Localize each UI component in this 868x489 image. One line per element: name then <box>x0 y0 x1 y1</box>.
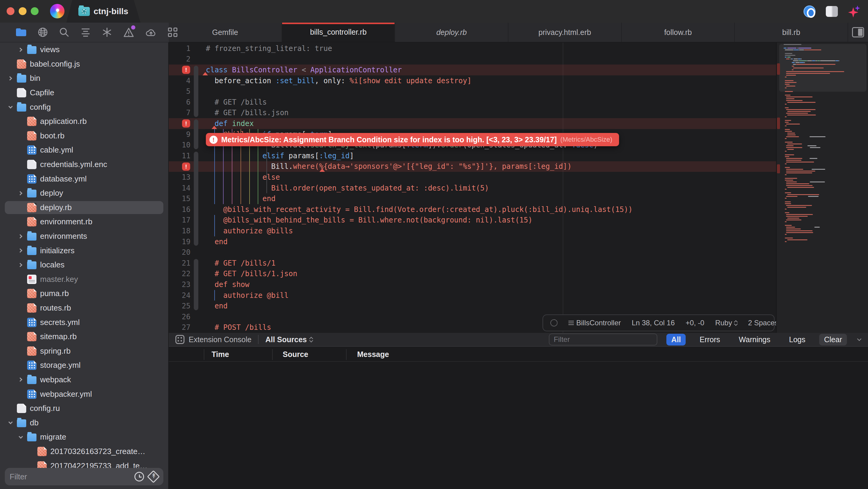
chevron-open-icon[interactable] <box>7 103 14 111</box>
tree-folder-db[interactable]: db <box>0 416 168 430</box>
close-button[interactable] <box>7 7 14 15</box>
status-language-server[interactable] <box>550 319 558 327</box>
tab-deploy-rb[interactable]: deploy.rb <box>395 23 508 42</box>
recent-filter-icon[interactable] <box>134 472 144 482</box>
code-line-4[interactable]: 4 before_action :set_bill, only: %i[show… <box>169 75 776 86</box>
minimize-button[interactable] <box>19 7 27 15</box>
chevron-closed-icon[interactable] <box>17 189 25 197</box>
tree-file-puma-rb[interactable]: puma.rb <box>0 286 168 301</box>
tree-folder-views[interactable]: views <box>0 42 168 57</box>
tab-follow-rb[interactable]: follow.rb <box>622 23 735 42</box>
split-editor-button[interactable] <box>848 23 868 42</box>
code-line-19[interactable]: 19 end <box>169 236 776 247</box>
tree-file-application-rb[interactable]: application.rb <box>0 114 168 129</box>
nova-app-icon[interactable] <box>50 4 64 19</box>
publish-cloud-icon[interactable] <box>145 27 157 38</box>
code-line-18[interactable]: 18 authorize @bills <box>169 225 776 236</box>
tree-file-boot-rb[interactable]: boot.rb <box>0 129 168 143</box>
filter-logs-button[interactable]: Logs <box>784 334 810 345</box>
tree-folder-bin[interactable]: bin <box>0 71 168 86</box>
gutter-error-icon[interactable]: ! <box>182 119 190 127</box>
clips-icon[interactable] <box>102 27 112 38</box>
code-line-23[interactable]: 23 def show <box>169 279 776 290</box>
tree-file-credentials-yml-enc[interactable]: credentials.yml.enc <box>0 157 168 172</box>
code-line-25[interactable]: 25 end <box>169 301 776 311</box>
collapse-console-icon[interactable] <box>857 337 861 341</box>
code-line-17[interactable]: 17 @bills_with_behind_the_bills = Bill.w… <box>169 215 776 226</box>
code-line-6[interactable]: 6 # GET /bills <box>169 97 776 108</box>
code-line-21[interactable]: 21 # GET /bills/1 <box>169 258 776 269</box>
status-indent-select[interactable]: 2 Spaces <box>748 319 776 327</box>
tab-bill-rb[interactable]: bill.rb <box>735 23 848 42</box>
code-line-3[interactable]: !class BillsController < ApplicationCont… <box>169 64 776 75</box>
chevron-closed-icon[interactable] <box>17 261 25 269</box>
code-line-14[interactable]: 14 Bill.order(open_states_updated_at: :d… <box>169 183 776 193</box>
tree-folder-locales[interactable]: locales <box>0 258 168 272</box>
tab-Gemfile[interactable]: Gemfile <box>169 23 282 42</box>
tree-folder-webpack[interactable]: webpack <box>0 373 168 387</box>
tree-folder-migrate[interactable]: migrate <box>0 430 168 445</box>
split-window-icon[interactable] <box>826 6 838 17</box>
symbols-icon[interactable] <box>81 27 91 38</box>
code-line-11[interactable]: 11 elsif params[:leg_id] <box>169 150 776 161</box>
code-line-8[interactable]: ! def index <box>169 118 776 129</box>
tab-bills_controller-rb[interactable]: bills_controller.rb <box>282 23 396 42</box>
tree-file-master-key[interactable]: master.key <box>0 272 168 287</box>
tree-file-config-ru[interactable]: config.ru <box>0 401 168 416</box>
tree-file-environment-rb[interactable]: environment.rb <box>0 215 168 229</box>
files-icon[interactable] <box>16 27 27 38</box>
tree-file-Capfile[interactable]: Capfile <box>0 86 168 100</box>
chevron-closed-icon[interactable] <box>17 376 25 384</box>
tab-privacy-html-erb[interactable]: privacy.html.erb <box>508 23 622 42</box>
code-line-2[interactable]: 2 <box>169 54 776 65</box>
chevron-closed-icon[interactable] <box>7 74 14 82</box>
code-line-7[interactable]: 7 # GET /bills.json <box>169 108 776 119</box>
code-line-13[interactable]: 13 else <box>169 172 776 183</box>
minimap[interactable] <box>776 42 868 333</box>
tree-file-sitemap-rb[interactable]: sitemap.rb <box>0 330 168 344</box>
chevron-closed-icon[interactable] <box>17 247 25 254</box>
tree-file-storage-yml[interactable]: storage.yml <box>0 358 168 373</box>
code-line-24[interactable]: 24 authorize @bill <box>169 290 776 301</box>
gutter-error-icon[interactable]: ! <box>182 162 190 171</box>
gutter-error-icon[interactable]: ! <box>182 66 190 74</box>
tree-file-20170326163723_create-[interactable]: 20170326163723_create… <box>0 445 168 459</box>
chevron-closed-icon[interactable] <box>17 46 25 54</box>
status-symbol-path[interactable]: BillsController <box>568 319 621 327</box>
tree-folder-initializers[interactable]: initializers <box>0 243 168 258</box>
code-line-16[interactable]: 16 @bills_with_recent_activity = Bill.fi… <box>169 204 776 215</box>
source-select[interactable]: All Sources <box>265 335 313 344</box>
tree-file-spring-rb[interactable]: spring.rb <box>0 344 168 358</box>
tree-file-cable-yml[interactable]: cable.yml <box>0 143 168 157</box>
tree-folder-environments[interactable]: environments <box>0 229 168 244</box>
code-editor[interactable]: ! Metrics/AbcSize: Assignment Branch Con… <box>169 42 776 333</box>
clear-button[interactable]: Clear <box>819 334 847 345</box>
filter-errors-button[interactable]: Errors <box>695 334 725 345</box>
tree-file-webpacker-yml[interactable]: webpacker.yml <box>0 387 168 401</box>
issues-icon[interactable] <box>123 27 134 38</box>
search-icon[interactable] <box>59 27 69 38</box>
code-line-22[interactable]: 22 # GET /bills/1.json <box>169 269 776 279</box>
code-line-20[interactable]: 20 <box>169 247 776 258</box>
code-line-1[interactable]: 1# frozen_string_literal: true <box>169 43 776 54</box>
project-tab[interactable]: ctnj-bills <box>66 0 141 23</box>
sidebar-filter-input[interactable]: Filter <box>5 468 163 485</box>
code-line-12[interactable]: ! Bill.where(%{data→'sponsors'@>'[{"leg_… <box>169 161 776 172</box>
sourcekit-filter-icon[interactable] <box>148 471 158 482</box>
tree-file-secrets-yml[interactable]: secrets.yml <box>0 315 168 330</box>
chevron-open-icon[interactable] <box>17 433 25 441</box>
code-line-5[interactable]: 5 <box>169 86 776 97</box>
remote-icon[interactable] <box>38 27 48 38</box>
console-filter-input[interactable]: Filter <box>549 333 657 345</box>
tree-folder-deploy[interactable]: deploy <box>0 186 168 201</box>
zoom-button[interactable] <box>31 7 38 15</box>
filter-all-button[interactable]: All <box>666 334 686 345</box>
tree-file-routes-rb[interactable]: routes.rb <box>0 301 168 315</box>
target-icon[interactable] <box>804 5 815 18</box>
chevron-closed-icon[interactable] <box>17 233 25 240</box>
code-line-15[interactable]: 15 end <box>169 193 776 204</box>
tree-file-babel-config-js[interactable]: babel.config.js <box>0 57 168 71</box>
filter-warnings-button[interactable]: Warnings <box>734 334 775 345</box>
chevron-open-icon[interactable] <box>7 419 14 427</box>
tree-file-database-yml[interactable]: database.yml <box>0 172 168 186</box>
